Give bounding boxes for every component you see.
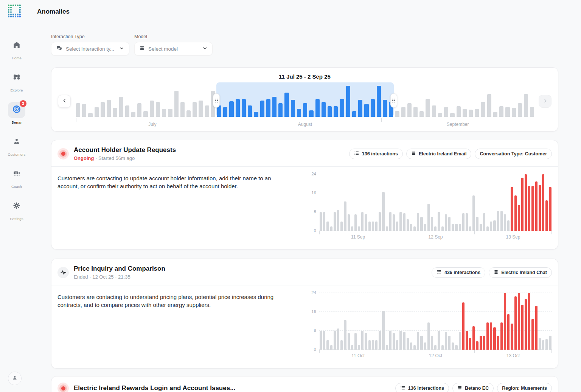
baseline-bar xyxy=(386,345,388,350)
interactions-badge: 436 interactions xyxy=(432,267,485,278)
baseline-bar xyxy=(379,331,381,350)
anomaly-status: Ongoing · Started 56m ago xyxy=(74,155,176,161)
timeline-bar xyxy=(125,105,129,117)
timeline-bar xyxy=(168,109,172,117)
baseline-bar xyxy=(469,226,471,231)
baseline-bar xyxy=(396,340,398,350)
model-filter: Model Select model xyxy=(134,34,213,56)
sidebar-item-home[interactable]: Home xyxy=(3,38,30,60)
baseline-bar xyxy=(452,224,454,231)
timeline-bar xyxy=(150,101,154,117)
anomaly-bar xyxy=(483,336,485,350)
list-icon xyxy=(400,385,405,392)
anomaly-title: Account Holder Update Requests xyxy=(74,146,176,154)
baseline-bar xyxy=(326,222,329,231)
baseline-bar xyxy=(372,222,374,231)
database-icon xyxy=(494,270,499,276)
baseline-bar xyxy=(452,342,454,350)
badges: 436 interactions Electric Ireland Chat xyxy=(432,267,552,278)
x-tick-label: 13 Oct xyxy=(474,350,552,358)
baseline-bar xyxy=(413,345,416,350)
status-detail: 12 Oct 25 · 21:35 xyxy=(92,274,130,280)
timeline-bar xyxy=(236,99,240,117)
baseline-bar xyxy=(438,331,440,350)
anomalies-app: Home Explore 3 Sonar xyxy=(0,0,581,392)
sidebar-item-sonar[interactable]: 3 Sonar xyxy=(3,102,30,124)
month-label: July xyxy=(76,118,229,127)
baseline-bar xyxy=(407,338,409,350)
timeline-bar xyxy=(505,107,510,117)
sidebar-item-settings[interactable]: Settings xyxy=(3,198,30,221)
baseline-bar xyxy=(417,332,419,350)
baseline-bar xyxy=(386,226,388,231)
baseline-bar xyxy=(320,331,322,350)
app-logo[interactable] xyxy=(8,5,21,17)
region-badge: Region: Musements xyxy=(497,383,552,392)
baseline-bar xyxy=(420,217,423,231)
timeline-bar xyxy=(334,106,338,117)
timeline-bar xyxy=(377,86,381,117)
anomaly-bar xyxy=(514,195,517,231)
baseline-bar xyxy=(545,339,548,350)
timeline-bar xyxy=(481,102,485,117)
x-tick-label: 11 Sep xyxy=(319,231,397,240)
sidebar-item-label: Sonar xyxy=(11,120,22,124)
baseline-bar xyxy=(403,213,405,231)
card-header: Electric Ireland Rewards Login and Accou… xyxy=(51,377,558,392)
anomaly-card-electric-ireland-rewards-login[interactable]: Electric Ireland Rewards Login and Accou… xyxy=(51,376,558,392)
interaction-type-select[interactable]: Select interaction ty... xyxy=(51,42,129,56)
timeline-next-button[interactable] xyxy=(539,95,551,108)
x-tick-label: 12 Sep xyxy=(397,231,474,240)
baseline-bar xyxy=(330,345,332,350)
timeline-bar xyxy=(419,111,424,117)
timeline-bar xyxy=(303,103,307,117)
anomaly-card-account-holder-update-requests[interactable]: Account Holder Update Requests Ongoing ·… xyxy=(51,140,558,249)
sidebar-item-label: Customers xyxy=(8,152,26,156)
y-tick-label: 24 xyxy=(307,290,316,295)
baseline-bar xyxy=(466,213,468,231)
anomaly-bar xyxy=(486,322,489,350)
x-tick-label: 12 Oct xyxy=(397,350,474,358)
timeline-bar xyxy=(493,112,497,117)
timeline-bar xyxy=(107,100,111,117)
model-select[interactable]: Select model xyxy=(134,42,213,56)
timeline-prev-button[interactable] xyxy=(58,95,71,108)
baseline-bar xyxy=(480,224,482,231)
timeline-selection-left-handle[interactable] xyxy=(213,93,220,108)
baseline-bar xyxy=(410,342,412,350)
timeline-bar xyxy=(444,107,448,117)
baseline-bar xyxy=(483,213,485,231)
y-tick-label: 0 xyxy=(307,347,316,352)
baseline-bar xyxy=(351,345,353,350)
baseline-bar xyxy=(448,217,451,231)
coach-icon xyxy=(12,169,21,179)
timeline-bar xyxy=(113,108,117,117)
baseline-bar xyxy=(393,214,395,231)
user-avatar-button[interactable] xyxy=(8,372,22,385)
timeline-bar xyxy=(291,100,295,117)
sidebar-item-customers[interactable]: Customers xyxy=(3,134,30,156)
anomaly-card-price-inquiry-and-comparison[interactable]: Price Inquiry and Comparison Ended · 12 … xyxy=(51,259,558,369)
timeline-bar xyxy=(358,100,362,117)
y-tick-label: 0 xyxy=(307,228,316,233)
timeline-bar xyxy=(242,99,246,117)
timeline-selection-right-handle[interactable] xyxy=(390,93,397,108)
timeline-bar xyxy=(463,109,467,117)
sidebar-item-coach[interactable]: Coach xyxy=(3,166,30,189)
anomaly-bar xyxy=(542,174,544,231)
timeline-bar xyxy=(260,101,264,117)
timeline-bar xyxy=(322,102,326,117)
anomaly-bar xyxy=(493,327,496,350)
baseline-bar xyxy=(507,220,510,231)
date-range-label: 11 Jul 25 - 2 Sep 25 xyxy=(51,73,558,80)
baseline-bar xyxy=(358,345,360,350)
baseline-bar xyxy=(340,340,343,350)
timeline-bar xyxy=(475,109,479,117)
timeline-bar xyxy=(205,105,209,117)
anomaly-bar xyxy=(511,187,513,231)
pulse-dot-icon xyxy=(57,148,69,160)
timeline-bar xyxy=(278,103,283,117)
sidebar-item-explore[interactable]: Explore xyxy=(3,70,30,92)
baseline-bar xyxy=(486,226,489,231)
timeline-bar xyxy=(364,104,368,117)
